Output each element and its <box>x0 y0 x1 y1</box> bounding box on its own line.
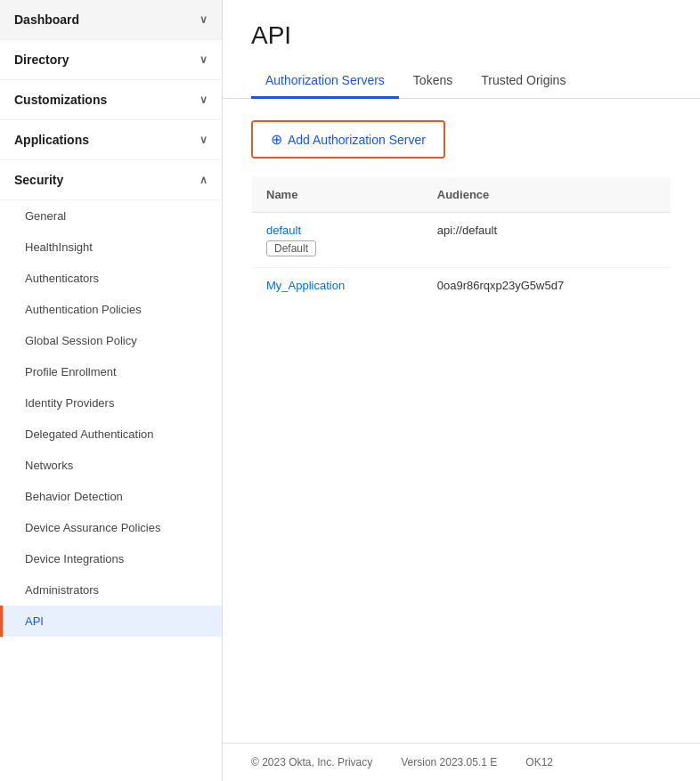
sidebar: Dashboard ∨ Directory ∨ Customizations ∨… <box>0 0 223 781</box>
sidebar-sub-item-device-integrations[interactable]: Device Integrations <box>0 543 222 574</box>
sidebar-nav-item-dashboard[interactable]: Dashboard ∨ <box>0 0 222 40</box>
footer-copyright: © 2023 Okta, Inc. Privacy <box>251 756 372 769</box>
chevron-icon-customizations: ∨ <box>199 94 208 106</box>
table-cell-audience-my-application: 0oa9r86rqxp23yG5w5d7 <box>423 268 672 304</box>
table-cell-audience-default: api://default <box>423 213 672 268</box>
add-server-button-label: Add Authorization Server <box>288 133 426 147</box>
add-authorization-server-button[interactable]: ⊕ Add Authorization Server <box>253 122 444 157</box>
sidebar-nav-item-security[interactable]: Security ∧ <box>0 160 222 200</box>
main-content: API Authorization ServersTokensTrusted O… <box>223 0 700 781</box>
default-badge: Default <box>266 240 316 256</box>
sidebar-sub-item-networks[interactable]: Networks <box>0 450 222 481</box>
table-row: defaultDefaultapi://default <box>252 213 672 268</box>
tab-tokens[interactable]: Tokens <box>399 64 467 99</box>
add-server-button-wrapper: ⊕ Add Authorization Server <box>251 120 445 159</box>
tabs-bar: Authorization ServersTokensTrusted Origi… <box>223 64 700 99</box>
table-cell-name-default: defaultDefault <box>252 213 423 268</box>
sidebar-sub-item-profile-enrollment[interactable]: Profile Enrollment <box>0 356 222 387</box>
table-row: My_Application0oa9r86rqxp23yG5w5d7 <box>252 268 672 304</box>
table-cell-name-my-application: My_Application <box>252 268 423 304</box>
server-link-my-application[interactable]: My_Application <box>266 279 409 292</box>
content-area: ⊕ Add Authorization Server NameAudience … <box>223 99 700 743</box>
table-header-name: Name <box>252 177 423 213</box>
footer: © 2023 Okta, Inc. Privacy Version 2023.0… <box>223 743 700 781</box>
table-header-row: NameAudience <box>252 177 672 213</box>
sidebar-sub-item-general[interactable]: General <box>0 200 222 232</box>
sidebar-sub-item-identity-providers[interactable]: Identity Providers <box>0 387 222 419</box>
sidebar-sub-item-behavior-detection[interactable]: Behavior Detection <box>0 481 222 512</box>
chevron-icon-applications: ∨ <box>199 134 208 146</box>
sidebar-nav-label-applications: Applications <box>14 133 89 147</box>
tab-authorization-servers[interactable]: Authorization Servers <box>251 64 399 99</box>
sidebar-nav-label-security: Security <box>14 173 63 187</box>
footer-build: OK12 <box>525 756 553 769</box>
sidebar-sub-item-global-session-policy[interactable]: Global Session Policy <box>0 325 222 356</box>
sidebar-sub-item-authentication-policies[interactable]: Authentication Policies <box>0 294 222 325</box>
sidebar-sub-item-delegated-authentication[interactable]: Delegated Authentication <box>0 419 222 450</box>
footer-version: Version 2023.05.1 E <box>401 756 497 769</box>
chevron-icon-directory: ∨ <box>199 53 208 66</box>
sidebar-nav-item-customizations[interactable]: Customizations ∨ <box>0 80 222 120</box>
chevron-icon-dashboard: ∨ <box>199 13 208 26</box>
sidebar-nav-label-dashboard: Dashboard <box>14 12 79 27</box>
server-link-default[interactable]: default <box>266 224 409 237</box>
authorization-servers-table: NameAudience defaultDefaultapi://default… <box>251 176 672 304</box>
table-body: defaultDefaultapi://defaultMy_Applicatio… <box>252 213 672 304</box>
table-header: NameAudience <box>252 177 672 213</box>
sidebar-nav-label-directory: Directory <box>14 53 69 67</box>
plus-icon: ⊕ <box>271 131 282 148</box>
sidebar-sub-item-device-assurance-policies[interactable]: Device Assurance Policies <box>0 512 222 543</box>
sidebar-sub-item-healthinsight[interactable]: HealthInsight <box>0 232 222 263</box>
chevron-icon-security: ∧ <box>199 174 208 186</box>
sidebar-nav-item-directory[interactable]: Directory ∨ <box>0 40 222 80</box>
sidebar-nav-label-customizations: Customizations <box>14 93 107 107</box>
sidebar-nav-item-applications[interactable]: Applications ∨ <box>0 120 222 160</box>
table-header-audience: Audience <box>423 177 672 213</box>
sidebar-sub-item-api[interactable]: API <box>0 606 222 637</box>
sidebar-sub-item-authenticators[interactable]: Authenticators <box>0 263 222 294</box>
sidebar-sub-item-administrators[interactable]: Administrators <box>0 574 222 606</box>
page-title: API <box>223 0 700 57</box>
tab-trusted-origins[interactable]: Trusted Origins <box>467 64 580 99</box>
